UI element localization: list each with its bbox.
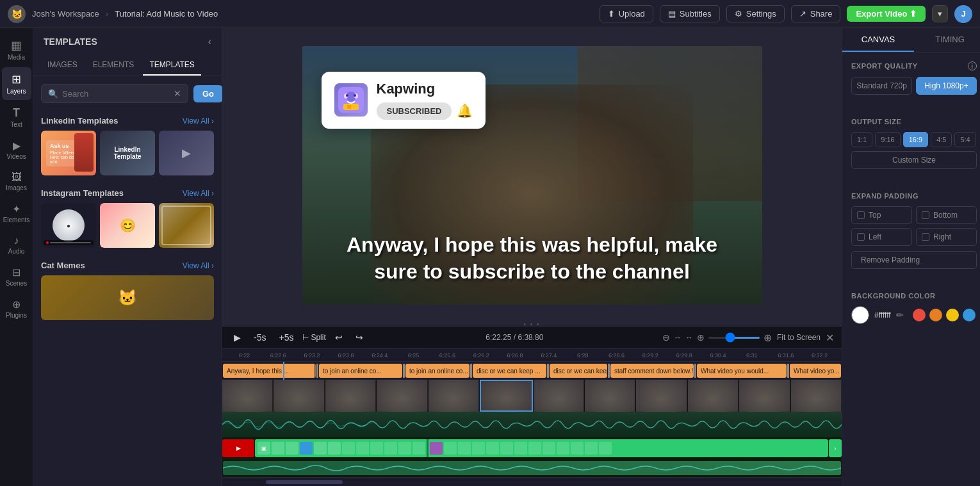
instagram-template-2[interactable]: 😊 (100, 203, 155, 248)
padding-bottom[interactable]: Bottom (916, 206, 977, 224)
instagram-view-all[interactable]: View All › (183, 189, 214, 198)
subtitle-clip[interactable]: staff comment down below.! (610, 364, 694, 378)
sidebar-item-elements[interactable]: ✦ Elements (2, 198, 31, 229)
subtitle-track[interactable]: Anyway, I hope this ... to join an onlin… (222, 362, 842, 380)
padding-top[interactable]: Top (851, 206, 912, 224)
export-button[interactable]: Export Video ⬆ (847, 6, 926, 22)
sidebar-icons: ▦ Media ⊞ Layers T Text ▶ Videos 🖼 Image… (0, 28, 33, 486)
fit-to-screen-button[interactable]: Fit to Screen (777, 333, 821, 342)
size-16-9[interactable]: 16:9 (903, 132, 928, 147)
tab-templates[interactable]: TEMPLATES (143, 55, 200, 76)
tab-timing[interactable]: TIMING (914, 28, 980, 52)
standard-quality-button[interactable]: Standard 720p (851, 77, 912, 95)
size-9-16[interactable]: 9:16 (875, 132, 900, 147)
canvas-area: Kapwing SUBSCRIBED 🔔 Anyway, I hope this… (222, 28, 842, 486)
color-preset-red[interactable] (913, 309, 926, 321)
sidebar-item-images[interactable]: 🖼 Images (2, 166, 31, 197)
timeline-controls: ▶ -5s +5s ⊢ Split ↩ ↪ 6:22.25 / 6:38.80 … (222, 327, 842, 349)
subtitle-clip[interactable]: disc or we can keep ... (550, 364, 607, 378)
undo-button[interactable]: ↩ (331, 330, 347, 344)
search-input[interactable] (62, 89, 170, 99)
sidebar-item-text[interactable]: T Text (2, 101, 31, 133)
size-4-5[interactable]: 4:5 (931, 132, 952, 147)
sidebar-item-scenes[interactable]: ⊟ Scenes (2, 261, 31, 292)
catmemes-view-all[interactable]: View All › (183, 261, 214, 270)
upload-icon: ⬆ (608, 9, 615, 19)
play-button[interactable]: ▶ (230, 330, 245, 344)
redo-button[interactable]: ↪ (352, 330, 367, 344)
audio-track[interactable] (222, 412, 842, 437)
linkedin-template-3[interactable]: ▶ (159, 131, 214, 175)
video-canvas[interactable]: Kapwing SUBSCRIBED 🔔 Anyway, I hope this… (302, 46, 762, 305)
zoom-controls: ⊖ ↔ ↔ ⊕ ⊕ (662, 332, 772, 344)
export-dropdown[interactable]: ▾ (932, 5, 948, 22)
subtitle-clip[interactable]: What video yo... (790, 364, 841, 378)
go-button[interactable]: Go (193, 85, 223, 102)
ruler-mark: 6:23.2 (295, 352, 329, 359)
skip-forward-button[interactable]: +5s (275, 330, 297, 344)
close-timeline-icon[interactable]: ✕ (826, 332, 834, 344)
sidebar-item-layers[interactable]: ⊞ Layers (2, 67, 31, 100)
color-swatch[interactable] (851, 306, 869, 324)
skip-back-button[interactable]: -5s (250, 330, 270, 344)
media-track[interactable]: ▶ ▣ (222, 437, 842, 459)
bell-icon[interactable]: 🔔 (457, 103, 473, 118)
sidebar-item-audio[interactable]: ♪ Audio (2, 230, 31, 260)
quality-options: Standard 720p High 1080p+ (851, 77, 977, 95)
output-size-section: OUTPUT SIZE 1:1 9:16 16:9 4:5 5:4 Custom… (842, 109, 980, 183)
padding-right[interactable]: Right (916, 228, 977, 246)
subtitle-clip[interactable]: to join an online co... (319, 364, 402, 378)
linkedin-template-1[interactable]: Ask us Place Villers Hire: can do for yo… (41, 131, 96, 175)
clear-icon[interactable]: ✕ (174, 88, 181, 99)
size-1-1[interactable]: 1:1 (851, 132, 872, 147)
instagram-template-1[interactable]: ● (41, 203, 96, 248)
high-quality-button[interactable]: High 1080p+ (916, 77, 977, 95)
ruler-mark: 6:26.2 (464, 352, 498, 359)
split-icon: ⊢ (302, 333, 309, 342)
zoom-in-icon[interactable]: ⊕ (697, 332, 705, 343)
upload-button[interactable]: ⬆ Upload (600, 5, 653, 22)
subtitle-clip[interactable]: to join an online co... (405, 364, 470, 378)
sidebar-item-media[interactable]: ▦ Media (2, 33, 31, 66)
collapse-icon[interactable]: ‹ (208, 36, 211, 47)
ruler-mark: 6:24.4 (363, 352, 396, 359)
settings-button[interactable]: ⚙ Settings (726, 5, 785, 22)
sidebar-item-videos[interactable]: ▶ Videos (2, 134, 31, 165)
subtitle-clip[interactable]: Anyway, I hope this ... (223, 364, 316, 378)
subtitles-button[interactable]: ▤ Subtitles (660, 5, 720, 22)
subtitle-clip[interactable]: disc or we can keep ... (473, 364, 546, 378)
custom-size-button[interactable]: Custom Size (851, 151, 977, 169)
color-preset-yellow[interactable] (946, 309, 959, 321)
workspace-link[interactable]: Josh's Workspace (32, 9, 99, 19)
share-button[interactable]: ↗ Share (791, 5, 841, 22)
subtitle-clip[interactable]: What video you would... (697, 364, 787, 378)
padding-left[interactable]: Left (851, 228, 912, 246)
sidebar-item-plugins[interactable]: ⊕ Plugins (2, 293, 31, 324)
video-track[interactable] (222, 380, 842, 412)
video-caption: Anyway, I hope this was helpful, make su… (302, 232, 762, 285)
timeline-scrollbar[interactable] (266, 480, 343, 484)
color-preset-blue[interactable] (963, 309, 976, 321)
subscribed-button[interactable]: SUBSCRIBED (377, 102, 452, 120)
ruler-mark: 6:22 (227, 352, 261, 359)
split-button[interactable]: ⊢ Split (302, 333, 325, 342)
linkedin-template-2[interactable]: LinkedInTemplate (100, 131, 155, 175)
catmemes-template-1[interactable]: 🐱 (41, 275, 214, 320)
color-edit-icon[interactable]: ✏ (896, 310, 904, 320)
subscribe-info: Kapwing SUBSCRIBED 🔔 (377, 81, 473, 120)
zoom-max-icon[interactable]: ⊕ (764, 332, 772, 344)
info-icon[interactable]: i (968, 61, 977, 70)
bg-color-row: #ffffff ✏ (851, 306, 977, 324)
instagram-template-3[interactable] (159, 203, 214, 248)
tab-elements[interactable]: ELEMENTS (86, 55, 141, 76)
scrollbar-row (222, 477, 842, 486)
size-5-4[interactable]: 5:4 (954, 132, 976, 147)
remove-padding-button[interactable]: Remove Padding (851, 251, 977, 269)
color-preset-orange[interactable] (929, 309, 942, 321)
linkedin-view-all[interactable]: View All › (183, 117, 214, 126)
tab-images[interactable]: IMAGES (41, 55, 84, 76)
avatar[interactable]: J (954, 5, 972, 23)
tab-canvas[interactable]: CANVAS (842, 28, 914, 52)
zoom-slider[interactable] (708, 337, 760, 339)
zoom-out-icon[interactable]: ⊖ (662, 332, 670, 343)
